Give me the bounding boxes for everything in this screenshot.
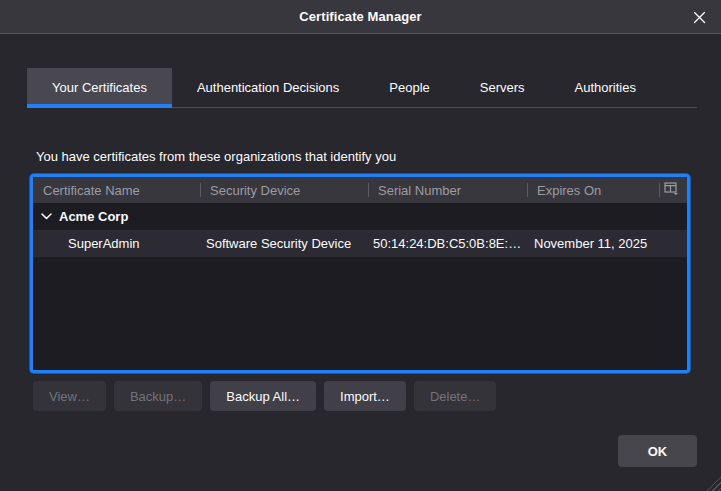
- import-button[interactable]: Import…: [324, 381, 406, 411]
- tab-label: Servers: [480, 80, 525, 95]
- cell-security-device: Software Security Device: [200, 236, 368, 251]
- table-header-row: Certificate Name Security Device Serial …: [33, 177, 687, 203]
- chevron-down-icon[interactable]: [41, 213, 52, 220]
- tab-label: Authorities: [575, 80, 636, 95]
- tab-authorities[interactable]: Authorities: [550, 68, 661, 107]
- cell-certificate-name: SuperAdmin: [33, 236, 200, 251]
- column-header-serial-number[interactable]: Serial Number: [368, 177, 527, 203]
- backup-all-button[interactable]: Backup All…: [210, 381, 316, 411]
- tab-authentication-decisions[interactable]: Authentication Decisions: [172, 68, 364, 107]
- action-button-row: View… Backup… Backup All… Import… Delete…: [33, 381, 496, 411]
- resize-grip[interactable]: [703, 473, 721, 491]
- tab-your-certificates[interactable]: Your Certificates: [27, 68, 172, 107]
- certificate-table[interactable]: Certificate Name Security Device Serial …: [30, 174, 690, 373]
- column-separator: [200, 183, 201, 197]
- column-header-security-device[interactable]: Security Device: [200, 177, 368, 203]
- close-icon: [693, 11, 706, 24]
- column-header-expires-on[interactable]: Expires On: [527, 177, 659, 203]
- dialog-title: Certificate Manager: [299, 9, 422, 24]
- column-header-certificate-name[interactable]: Certificate Name: [33, 177, 200, 203]
- column-separator: [527, 183, 528, 197]
- dialog-titlebar: Certificate Manager: [0, 0, 721, 34]
- cell-expires-on: November 11, 2025: [527, 236, 659, 251]
- view-button[interactable]: View…: [33, 381, 106, 411]
- backup-button[interactable]: Backup…: [114, 381, 202, 411]
- tab-label: Your Certificates: [52, 80, 147, 95]
- tab-servers[interactable]: Servers: [455, 68, 550, 107]
- ok-button[interactable]: OK: [618, 435, 697, 467]
- table-row-superadmin[interactable]: SuperAdmin Software Security Device 50:1…: [33, 230, 687, 257]
- active-tab-underline: [27, 104, 172, 108]
- tab-label: People: [389, 80, 429, 95]
- cell-serial-number: 50:14:24:DB:C5:0B:8E:…: [368, 236, 527, 251]
- certificates-description: You have certificates from these organiz…: [36, 149, 396, 164]
- tab-people[interactable]: People: [364, 68, 454, 107]
- column-separator: [368, 183, 369, 197]
- tab-strip: Your Certificates Authentication Decisio…: [27, 68, 697, 108]
- group-name: Acme Corp: [59, 209, 128, 224]
- column-picker-button[interactable]: [659, 177, 684, 203]
- column-picker-icon: [664, 182, 679, 198]
- table-body: Acme Corp SuperAdmin Software Security D…: [33, 203, 687, 370]
- column-separator: [659, 183, 660, 197]
- table-row-group-acme-corp[interactable]: Acme Corp: [33, 203, 687, 230]
- delete-button[interactable]: Delete…: [414, 381, 497, 411]
- tab-label: Authentication Decisions: [197, 80, 339, 95]
- close-button[interactable]: [687, 6, 711, 28]
